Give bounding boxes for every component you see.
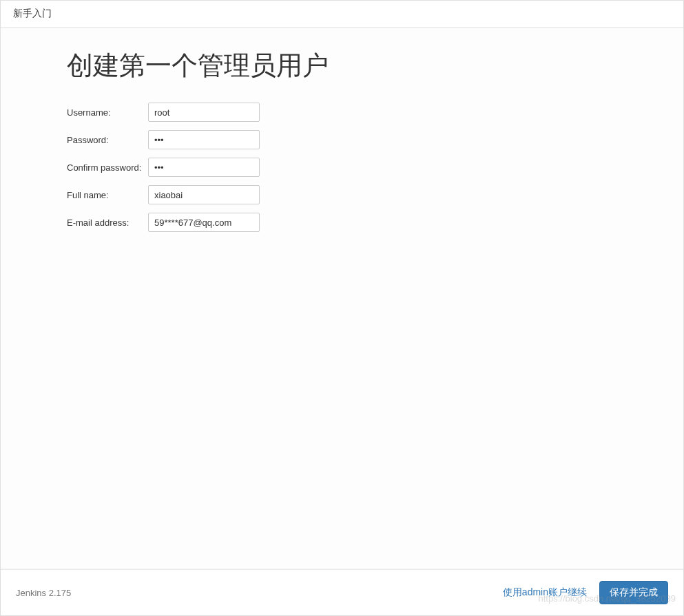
content-area: 创建第一个管理员用户 Username: Password: Confirm p…: [1, 28, 683, 569]
form-row-username: Username:: [67, 103, 617, 122]
username-input[interactable]: [148, 103, 260, 122]
password-label: Password:: [67, 135, 148, 145]
header: 新手入门: [1, 1, 683, 28]
username-label: Username:: [67, 107, 148, 118]
form-row-confirm-password: Confirm password:: [67, 158, 617, 177]
footer-actions: 使用admin账户继续 保存并完成: [503, 581, 668, 604]
footer: Jenkins 2.175 使用admin账户继续 保存并完成: [1, 569, 683, 615]
email-label: E-mail address:: [67, 217, 148, 228]
wizard-container: 新手入门 创建第一个管理员用户 Username: Password: Conf…: [0, 0, 684, 616]
password-input[interactable]: [148, 130, 260, 149]
confirm-password-label: Confirm password:: [67, 162, 148, 173]
save-and-finish-button[interactable]: 保存并完成: [599, 581, 668, 604]
fullname-input[interactable]: [148, 185, 260, 204]
page-title: 创建第一个管理员用户: [67, 48, 617, 83]
confirm-password-input[interactable]: [148, 158, 260, 177]
email-input[interactable]: [148, 213, 260, 232]
continue-as-admin-link[interactable]: 使用admin账户继续: [503, 586, 587, 599]
form-row-email: E-mail address:: [67, 213, 617, 232]
fullname-label: Full name:: [67, 190, 148, 200]
form-row-password: Password:: [67, 130, 617, 149]
version-text: Jenkins 2.175: [16, 588, 71, 598]
form-row-fullname: Full name:: [67, 185, 617, 204]
header-title: 新手入门: [13, 8, 671, 20]
